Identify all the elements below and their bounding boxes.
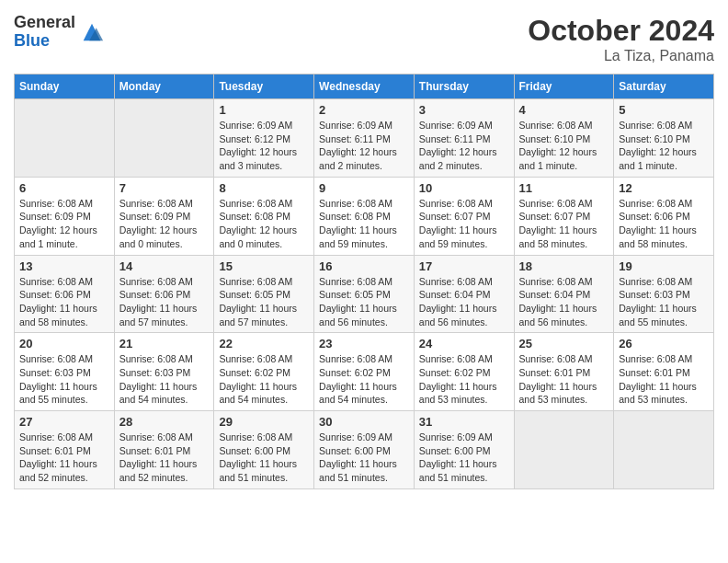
day-info: Sunrise: 6:08 AM Sunset: 6:10 PM Dayligh… [619, 119, 709, 173]
title-area: October 2024 La Tiza, Panama [528, 14, 714, 64]
day-info: Sunrise: 6:08 AM Sunset: 6:07 PM Dayligh… [519, 197, 609, 251]
day-number: 1 [219, 103, 309, 117]
day-number: 19 [619, 259, 709, 273]
day-number: 10 [419, 181, 509, 195]
day-number: 21 [119, 337, 210, 350]
day-cell: 10Sunrise: 6:08 AM Sunset: 6:07 PM Dayli… [414, 177, 514, 255]
day-info: Sunrise: 6:08 AM Sunset: 6:00 PM Dayligh… [219, 431, 309, 485]
day-info: Sunrise: 6:08 AM Sunset: 6:01 PM Dayligh… [619, 352, 709, 407]
week-row-2: 6Sunrise: 6:08 AM Sunset: 6:09 PM Daylig… [15, 177, 714, 255]
day-number: 6 [19, 181, 109, 195]
day-number: 18 [519, 259, 609, 273]
day-cell: 1Sunrise: 6:09 AM Sunset: 6:12 PM Daylig… [214, 99, 314, 178]
day-cell: 26Sunrise: 6:08 AM Sunset: 6:01 PM Dayli… [614, 333, 714, 411]
day-info: Sunrise: 6:08 AM Sunset: 6:02 PM Dayligh… [219, 352, 309, 407]
day-cell [114, 99, 214, 178]
day-number: 17 [419, 259, 509, 273]
day-number: 30 [319, 415, 409, 429]
day-cell: 27Sunrise: 6:08 AM Sunset: 6:01 PM Dayli… [15, 411, 115, 489]
logo-text: General Blue [14, 14, 75, 51]
day-cell: 12Sunrise: 6:08 AM Sunset: 6:06 PM Dayli… [614, 177, 714, 255]
day-number: 4 [519, 103, 609, 117]
day-cell: 2Sunrise: 6:09 AM Sunset: 6:11 PM Daylig… [314, 99, 415, 178]
day-info: Sunrise: 6:08 AM Sunset: 6:03 PM Dayligh… [119, 352, 210, 407]
day-cell: 15Sunrise: 6:08 AM Sunset: 6:05 PM Dayli… [214, 255, 314, 333]
week-row-1: 1Sunrise: 6:09 AM Sunset: 6:12 PM Daylig… [15, 99, 714, 178]
header-row: SundayMondayTuesdayWednesdayThursdayFrid… [15, 75, 714, 99]
day-cell: 4Sunrise: 6:08 AM Sunset: 6:10 PM Daylig… [514, 99, 614, 178]
day-cell: 22Sunrise: 6:08 AM Sunset: 6:02 PM Dayli… [214, 333, 314, 411]
day-info: Sunrise: 6:09 AM Sunset: 6:12 PM Dayligh… [219, 119, 309, 173]
logo: General Blue [14, 14, 105, 51]
logo-general: General [14, 14, 75, 32]
day-number: 16 [319, 259, 409, 273]
header-saturday: Saturday [614, 75, 714, 99]
day-number: 2 [319, 103, 409, 117]
day-cell: 28Sunrise: 6:08 AM Sunset: 6:01 PM Dayli… [114, 411, 214, 489]
day-cell: 5Sunrise: 6:08 AM Sunset: 6:10 PM Daylig… [614, 99, 714, 178]
day-cell: 20Sunrise: 6:08 AM Sunset: 6:03 PM Dayli… [15, 333, 115, 411]
day-number: 9 [319, 181, 409, 195]
day-number: 8 [219, 181, 309, 195]
header: General Blue October 2024 La Tiza, Panam… [14, 14, 714, 64]
day-info: Sunrise: 6:08 AM Sunset: 6:10 PM Dayligh… [519, 119, 609, 173]
day-cell: 30Sunrise: 6:09 AM Sunset: 6:00 PM Dayli… [314, 411, 415, 489]
header-monday: Monday [114, 75, 214, 99]
logo-blue: Blue [14, 32, 75, 51]
day-info: Sunrise: 6:09 AM Sunset: 6:11 PM Dayligh… [419, 119, 509, 173]
day-info: Sunrise: 6:08 AM Sunset: 6:03 PM Dayligh… [619, 275, 709, 329]
day-cell: 13Sunrise: 6:08 AM Sunset: 6:06 PM Dayli… [15, 255, 115, 333]
day-info: Sunrise: 6:08 AM Sunset: 6:06 PM Dayligh… [119, 275, 210, 329]
day-cell: 16Sunrise: 6:08 AM Sunset: 6:05 PM Dayli… [314, 255, 415, 333]
day-info: Sunrise: 6:08 AM Sunset: 6:08 PM Dayligh… [319, 197, 409, 251]
day-info: Sunrise: 6:08 AM Sunset: 6:02 PM Dayligh… [319, 352, 409, 407]
day-info: Sunrise: 6:08 AM Sunset: 6:06 PM Dayligh… [19, 275, 109, 329]
calendar-table: SundayMondayTuesdayWednesdayThursdayFrid… [14, 74, 714, 489]
week-row-4: 20Sunrise: 6:08 AM Sunset: 6:03 PM Dayli… [15, 333, 714, 411]
header-tuesday: Tuesday [214, 75, 314, 99]
day-number: 20 [19, 337, 109, 350]
day-number: 24 [419, 337, 509, 350]
day-cell: 24Sunrise: 6:08 AM Sunset: 6:02 PM Dayli… [414, 333, 514, 411]
day-number: 11 [519, 181, 609, 195]
day-info: Sunrise: 6:09 AM Sunset: 6:00 PM Dayligh… [319, 431, 409, 485]
day-number: 7 [119, 181, 210, 195]
day-cell: 9Sunrise: 6:08 AM Sunset: 6:08 PM Daylig… [314, 177, 415, 255]
day-number: 23 [319, 337, 409, 350]
day-number: 27 [19, 415, 109, 429]
day-cell: 11Sunrise: 6:08 AM Sunset: 6:07 PM Dayli… [514, 177, 614, 255]
day-number: 28 [119, 415, 210, 429]
day-info: Sunrise: 6:08 AM Sunset: 6:09 PM Dayligh… [119, 197, 210, 251]
header-thursday: Thursday [414, 75, 514, 99]
day-info: Sunrise: 6:09 AM Sunset: 6:00 PM Dayligh… [419, 431, 509, 485]
day-cell: 7Sunrise: 6:08 AM Sunset: 6:09 PM Daylig… [114, 177, 214, 255]
day-info: Sunrise: 6:08 AM Sunset: 6:02 PM Dayligh… [419, 352, 509, 407]
day-number: 25 [519, 337, 609, 350]
day-number: 3 [419, 103, 509, 117]
page-title: October 2024 [528, 14, 714, 48]
header-friday: Friday [514, 75, 614, 99]
day-number: 13 [19, 259, 109, 273]
day-info: Sunrise: 6:08 AM Sunset: 6:01 PM Dayligh… [519, 352, 609, 407]
day-number: 5 [619, 103, 709, 117]
day-cell: 21Sunrise: 6:08 AM Sunset: 6:03 PM Dayli… [114, 333, 214, 411]
day-cell: 23Sunrise: 6:08 AM Sunset: 6:02 PM Dayli… [314, 333, 415, 411]
day-cell [614, 411, 714, 489]
day-cell: 17Sunrise: 6:08 AM Sunset: 6:04 PM Dayli… [414, 255, 514, 333]
logo-icon [79, 19, 105, 45]
day-info: Sunrise: 6:08 AM Sunset: 6:07 PM Dayligh… [419, 197, 509, 251]
day-info: Sunrise: 6:08 AM Sunset: 6:03 PM Dayligh… [19, 352, 109, 407]
header-sunday: Sunday [15, 75, 115, 99]
day-info: Sunrise: 6:08 AM Sunset: 6:01 PM Dayligh… [119, 431, 210, 485]
day-number: 31 [419, 415, 509, 429]
day-info: Sunrise: 6:08 AM Sunset: 6:09 PM Dayligh… [19, 197, 109, 251]
week-row-3: 13Sunrise: 6:08 AM Sunset: 6:06 PM Dayli… [15, 255, 714, 333]
header-wednesday: Wednesday [314, 75, 415, 99]
week-row-5: 27Sunrise: 6:08 AM Sunset: 6:01 PM Dayli… [15, 411, 714, 489]
day-number: 29 [219, 415, 309, 429]
day-cell: 8Sunrise: 6:08 AM Sunset: 6:08 PM Daylig… [214, 177, 314, 255]
day-number: 15 [219, 259, 309, 273]
day-cell: 6Sunrise: 6:08 AM Sunset: 6:09 PM Daylig… [15, 177, 115, 255]
day-number: 26 [619, 337, 709, 350]
day-cell [15, 99, 115, 178]
